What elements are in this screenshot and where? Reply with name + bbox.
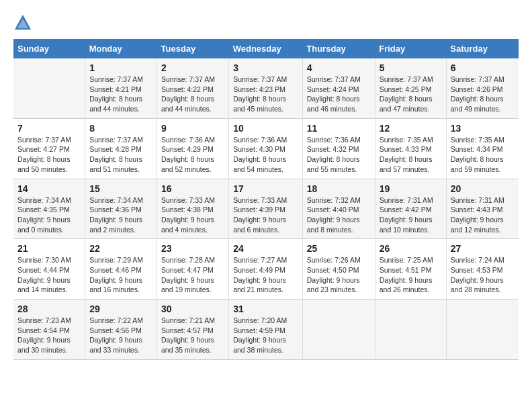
day-info: Sunrise: 7:28 AMSunset: 4:47 PMDaylight:… [161, 255, 224, 295]
day-number: 17 [233, 183, 298, 194]
day-number: 4 [307, 62, 371, 73]
day-number: 15 [89, 183, 152, 194]
header-cell-wednesday: Wednesday [229, 39, 303, 58]
day-info: Sunrise: 7:33 AMSunset: 4:39 PMDaylight:… [233, 195, 298, 235]
day-info: Sunrise: 7:35 AMSunset: 4:34 PMDaylight:… [451, 135, 515, 175]
day-info: Sunrise: 7:34 AMSunset: 4:35 PMDaylight:… [17, 195, 81, 235]
day-info: Sunrise: 7:37 AMSunset: 4:26 PMDaylight:… [451, 75, 515, 114]
day-number: 1 [89, 62, 152, 73]
day-cell [375, 300, 446, 360]
day-cell: 24Sunrise: 7:27 AMSunset: 4:49 PMDayligh… [229, 239, 303, 300]
day-number: 31 [233, 304, 298, 314]
day-info: Sunrise: 7:33 AMSunset: 4:38 PMDaylight:… [161, 195, 224, 235]
day-cell: 4Sunrise: 7:37 AMSunset: 4:24 PMDaylight… [302, 58, 375, 118]
day-info: Sunrise: 7:26 AMSunset: 4:50 PMDaylight:… [307, 255, 371, 295]
day-cell: 15Sunrise: 7:34 AMSunset: 4:36 PMDayligh… [85, 179, 157, 239]
day-cell: 2Sunrise: 7:37 AMSunset: 4:22 PMDaylight… [157, 58, 229, 118]
calendar-table: SundayMondayTuesdayWednesdayThursdayFrid… [13, 39, 519, 360]
day-info: Sunrise: 7:31 AMSunset: 4:42 PMDaylight:… [380, 195, 442, 235]
day-cell: 21Sunrise: 7:30 AMSunset: 4:44 PMDayligh… [13, 239, 85, 300]
day-cell: 1Sunrise: 7:37 AMSunset: 4:21 PMDaylight… [85, 58, 157, 118]
day-number: 29 [89, 304, 152, 314]
day-number: 5 [380, 62, 442, 73]
week-row-4: 21Sunrise: 7:30 AMSunset: 4:44 PMDayligh… [13, 239, 519, 300]
day-number: 14 [17, 183, 81, 194]
day-number: 11 [307, 123, 371, 134]
day-info: Sunrise: 7:21 AMSunset: 4:57 PMDaylight:… [161, 316, 224, 355]
day-info: Sunrise: 7:36 AMSunset: 4:29 PMDaylight:… [161, 135, 224, 175]
header-cell-sunday: Sunday [13, 39, 85, 58]
day-cell [13, 58, 85, 118]
day-info: Sunrise: 7:36 AMSunset: 4:32 PMDaylight:… [307, 135, 371, 175]
day-info: Sunrise: 7:37 AMSunset: 4:23 PMDaylight:… [233, 75, 298, 114]
day-number: 25 [307, 243, 371, 254]
day-cell: 14Sunrise: 7:34 AMSunset: 4:35 PMDayligh… [13, 179, 85, 239]
header-cell-thursday: Thursday [302, 39, 375, 58]
week-row-1: 1Sunrise: 7:37 AMSunset: 4:21 PMDaylight… [13, 58, 519, 118]
week-row-3: 14Sunrise: 7:34 AMSunset: 4:35 PMDayligh… [13, 179, 519, 239]
day-info: Sunrise: 7:20 AMSunset: 4:59 PMDaylight:… [233, 316, 298, 355]
day-cell: 18Sunrise: 7:32 AMSunset: 4:40 PMDayligh… [302, 179, 375, 239]
day-number: 8 [89, 123, 152, 134]
day-info: Sunrise: 7:37 AMSunset: 4:21 PMDaylight:… [89, 75, 152, 114]
day-cell: 3Sunrise: 7:37 AMSunset: 4:23 PMDaylight… [229, 58, 303, 118]
day-number: 18 [307, 183, 371, 194]
day-info: Sunrise: 7:29 AMSunset: 4:46 PMDaylight:… [89, 255, 152, 295]
day-info: Sunrise: 7:37 AMSunset: 4:28 PMDaylight:… [89, 135, 152, 175]
day-cell: 25Sunrise: 7:26 AMSunset: 4:50 PMDayligh… [302, 239, 375, 300]
day-info: Sunrise: 7:37 AMSunset: 4:24 PMDaylight:… [307, 75, 371, 114]
day-info: Sunrise: 7:25 AMSunset: 4:51 PMDaylight:… [380, 255, 442, 295]
day-number: 3 [233, 62, 298, 73]
day-cell: 19Sunrise: 7:31 AMSunset: 4:42 PMDayligh… [375, 179, 446, 239]
day-number: 10 [233, 123, 298, 134]
day-info: Sunrise: 7:31 AMSunset: 4:43 PMDaylight:… [451, 195, 515, 235]
day-info: Sunrise: 7:24 AMSunset: 4:53 PMDaylight:… [451, 255, 515, 295]
week-row-5: 28Sunrise: 7:23 AMSunset: 4:54 PMDayligh… [13, 300, 519, 360]
day-number: 16 [161, 183, 224, 194]
day-number: 24 [233, 243, 298, 254]
day-info: Sunrise: 7:34 AMSunset: 4:36 PMDaylight:… [89, 195, 152, 235]
day-number: 21 [17, 243, 81, 254]
day-cell: 30Sunrise: 7:21 AMSunset: 4:57 PMDayligh… [157, 300, 229, 360]
day-info: Sunrise: 7:23 AMSunset: 4:54 PMDaylight:… [17, 316, 81, 355]
day-cell [446, 300, 519, 360]
day-cell: 29Sunrise: 7:22 AMSunset: 4:56 PMDayligh… [85, 300, 157, 360]
day-cell: 23Sunrise: 7:28 AMSunset: 4:47 PMDayligh… [157, 239, 229, 300]
day-info: Sunrise: 7:37 AMSunset: 4:25 PMDaylight:… [380, 75, 442, 114]
day-number: 23 [161, 243, 224, 254]
day-info: Sunrise: 7:27 AMSunset: 4:49 PMDaylight:… [233, 255, 298, 295]
day-number: 12 [380, 123, 442, 134]
day-number: 19 [380, 183, 442, 194]
day-cell: 17Sunrise: 7:33 AMSunset: 4:39 PMDayligh… [229, 179, 303, 239]
day-number: 9 [161, 123, 224, 134]
day-cell: 8Sunrise: 7:37 AMSunset: 4:28 PMDaylight… [85, 118, 157, 179]
day-number: 22 [89, 243, 152, 254]
day-cell: 20Sunrise: 7:31 AMSunset: 4:43 PMDayligh… [446, 179, 519, 239]
day-cell: 9Sunrise: 7:36 AMSunset: 4:29 PMDaylight… [157, 118, 229, 179]
day-cell: 27Sunrise: 7:24 AMSunset: 4:53 PMDayligh… [446, 239, 519, 300]
day-number: 26 [380, 243, 442, 254]
day-cell: 12Sunrise: 7:35 AMSunset: 4:33 PMDayligh… [375, 118, 446, 179]
day-info: Sunrise: 7:32 AMSunset: 4:40 PMDaylight:… [307, 195, 371, 235]
day-cell: 26Sunrise: 7:25 AMSunset: 4:51 PMDayligh… [375, 239, 446, 300]
day-number: 13 [451, 123, 515, 134]
header-cell-saturday: Saturday [446, 39, 519, 58]
day-info: Sunrise: 7:37 AMSunset: 4:22 PMDaylight:… [161, 75, 224, 114]
day-info: Sunrise: 7:37 AMSunset: 4:27 PMDaylight:… [17, 135, 81, 175]
day-number: 7 [17, 123, 81, 134]
calendar-header: SundayMondayTuesdayWednesdayThursdayFrid… [13, 39, 519, 58]
day-cell [302, 300, 375, 360]
day-number: 2 [161, 62, 224, 73]
day-number: 6 [451, 62, 515, 73]
day-cell: 6Sunrise: 7:37 AMSunset: 4:26 PMDaylight… [446, 58, 519, 118]
header-cell-monday: Monday [85, 39, 157, 58]
day-cell: 13Sunrise: 7:35 AMSunset: 4:34 PMDayligh… [446, 118, 519, 179]
day-info: Sunrise: 7:30 AMSunset: 4:44 PMDaylight:… [17, 255, 81, 295]
page-header [13, 13, 519, 32]
day-number: 27 [451, 243, 515, 254]
day-cell: 16Sunrise: 7:33 AMSunset: 4:38 PMDayligh… [157, 179, 229, 239]
header-cell-tuesday: Tuesday [157, 39, 229, 58]
day-info: Sunrise: 7:35 AMSunset: 4:33 PMDaylight:… [380, 135, 442, 175]
calendar-body: 1Sunrise: 7:37 AMSunset: 4:21 PMDaylight… [13, 58, 519, 359]
day-number: 28 [17, 304, 81, 314]
